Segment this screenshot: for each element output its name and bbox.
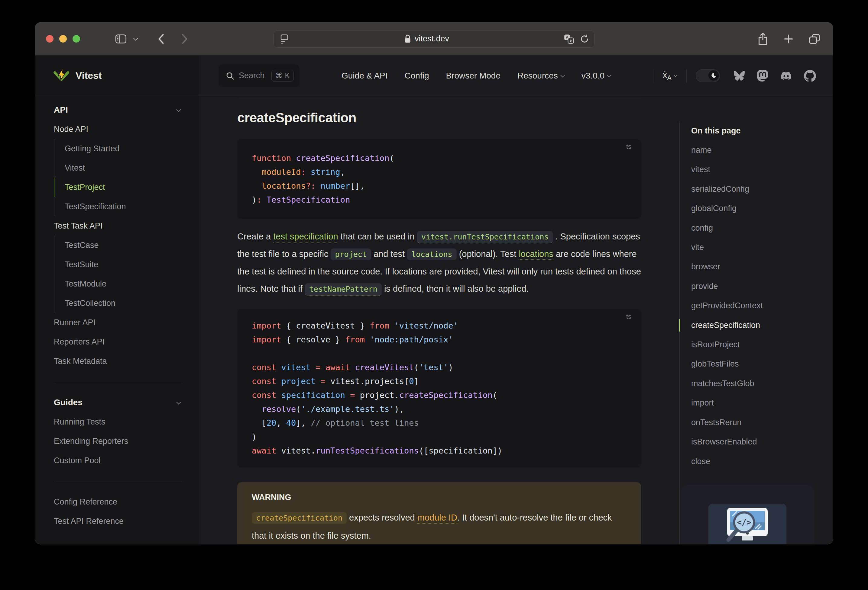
sidebar-item-runner-api[interactable]: Runner API bbox=[54, 313, 182, 332]
sidebar-item-extending-reporters[interactable]: Extending Reporters bbox=[54, 431, 182, 451]
sidebar-item-running-tests[interactable]: Running Tests bbox=[54, 412, 182, 431]
mastodon-icon[interactable] bbox=[757, 70, 768, 82]
sidebar-item-testmodule[interactable]: TestModule bbox=[54, 274, 182, 293]
description-paragraph: Create a test specification that can be … bbox=[237, 228, 641, 298]
sidebar-item-testcollection[interactable]: TestCollection bbox=[54, 293, 182, 313]
forward-button[interactable] bbox=[180, 34, 189, 44]
urlbar-actions: A ẋ bbox=[563, 34, 589, 44]
outline-item-vitest[interactable]: vitest bbox=[691, 160, 833, 179]
nav-link-guide-api[interactable]: Guide & API bbox=[341, 71, 388, 81]
sidebar-item-config-reference[interactable]: Config Reference bbox=[54, 492, 182, 512]
code-block-signature[interactable]: ts function createSpecification( moduleI… bbox=[237, 139, 641, 219]
close-window-button[interactable] bbox=[46, 35, 53, 43]
github-icon[interactable] bbox=[804, 70, 816, 82]
code-line: ): TestSpecification bbox=[252, 193, 626, 207]
sidebar-toggle-icon[interactable] bbox=[115, 34, 127, 44]
nav-link-label: Guide & API bbox=[341, 71, 388, 81]
chevron-down-icon bbox=[560, 73, 565, 77]
outline-item-isbrowserenabled[interactable]: isBrowserEnabled bbox=[691, 432, 833, 452]
translate-icon[interactable]: A ẋ bbox=[563, 34, 575, 44]
outline-item-ontestsrerun[interactable]: onTestsRerun bbox=[691, 413, 833, 432]
bluesky-icon[interactable] bbox=[733, 71, 745, 81]
nav-link-label: Resources bbox=[517, 71, 558, 81]
sidebar: APINode APIGetting StartedVitestTestProj… bbox=[35, 96, 199, 544]
outline-item-isrootproject[interactable]: isRootProject bbox=[691, 335, 833, 354]
code-lang-label: ts bbox=[626, 143, 631, 151]
browser-window: vitest.dev A ẋ bbox=[35, 22, 833, 544]
ad-image: </> bbox=[709, 504, 787, 544]
outline-item-provide[interactable]: provide bbox=[691, 277, 833, 296]
outline-item-createspecification[interactable]: createSpecification bbox=[691, 316, 833, 335]
search-icon bbox=[226, 71, 235, 80]
sidebar-item-test-api-reference[interactable]: Test API Reference bbox=[54, 512, 182, 531]
nav-link-resources[interactable]: Resources bbox=[517, 71, 565, 81]
sidebar-item-vitest[interactable]: Vitest bbox=[54, 158, 182, 178]
chevron-down-icon bbox=[176, 400, 181, 405]
doc-content: createSpecification ts function createSp… bbox=[199, 96, 679, 544]
code-example: import { createVitest } from 'vitest/nod… bbox=[237, 319, 641, 458]
on-this-page: On this page namevitestserializedConfigg… bbox=[679, 96, 833, 544]
sidebar-divider bbox=[54, 481, 182, 481]
site-navbar: Vitest Search ⌘ K Guide & APIConfigBrows… bbox=[35, 56, 833, 96]
nav-link-config[interactable]: Config bbox=[405, 71, 429, 81]
sidebar-item-testspecification[interactable]: TestSpecification bbox=[54, 197, 182, 216]
carbon-ad[interactable]: </> bbox=[681, 485, 814, 544]
outline-item-vite[interactable]: vite bbox=[691, 238, 833, 257]
code-lang-label: ts bbox=[626, 313, 631, 321]
code-line bbox=[252, 347, 626, 360]
outline-item-matchestestglob[interactable]: matchesTestGlob bbox=[691, 374, 833, 393]
outline-item-config[interactable]: config bbox=[691, 218, 833, 238]
sidebar-item-task-metadata[interactable]: Task Metadata bbox=[54, 352, 182, 371]
share-icon[interactable] bbox=[757, 32, 768, 45]
tab-overview-icon[interactable] bbox=[809, 34, 820, 44]
url-display: vitest.dev bbox=[404, 34, 449, 44]
new-tab-icon[interactable] bbox=[783, 34, 794, 44]
page-title: createSpecification bbox=[237, 97, 641, 126]
inline-link[interactable]: testNamePattern bbox=[305, 283, 382, 296]
warning-text: createSpecification expects resolved mod… bbox=[252, 509, 626, 544]
chevron-down-icon bbox=[674, 74, 678, 77]
outline-item-globtestfiles[interactable]: globTestFiles bbox=[691, 354, 833, 374]
navbar-controls: ẋA bbox=[644, 69, 816, 83]
sidebar-menu-chevron-icon[interactable] bbox=[133, 36, 138, 41]
outline-item-browser[interactable]: browser bbox=[691, 257, 833, 276]
outline-item-import[interactable]: import bbox=[691, 393, 833, 412]
back-button[interactable] bbox=[156, 34, 165, 44]
nav-link-browser-mode[interactable]: Browser Mode bbox=[446, 71, 500, 81]
inline-link[interactable]: vitest.runTestSpecifications bbox=[417, 231, 553, 243]
sidebar-item-testsuite[interactable]: TestSuite bbox=[54, 255, 182, 274]
minimize-window-button[interactable] bbox=[59, 35, 67, 43]
outline-item-globalconfig[interactable]: globalConfig bbox=[691, 199, 833, 218]
site-logo[interactable]: Vitest bbox=[35, 56, 199, 96]
search-button[interactable]: Search ⌘ K bbox=[219, 65, 299, 87]
zoom-window-button[interactable] bbox=[72, 35, 80, 43]
discord-icon[interactable] bbox=[780, 71, 793, 81]
reload-icon[interactable] bbox=[580, 34, 589, 44]
sidebar-item-reporters-api[interactable]: Reporters API bbox=[54, 332, 182, 352]
outline-item-name[interactable]: name bbox=[691, 140, 833, 160]
sidebar-item-custom-pool[interactable]: Custom Pool bbox=[54, 451, 182, 470]
sidebar-item-test-task-api[interactable]: Test Task API bbox=[54, 216, 182, 235]
reader-view-icon[interactable] bbox=[279, 34, 289, 44]
sidebar-item-node-api[interactable]: Node API bbox=[54, 119, 182, 139]
language-menu[interactable]: ẋA bbox=[663, 70, 677, 82]
outline-item-getprovidedcontext[interactable]: getProvidedContext bbox=[691, 296, 833, 315]
code-block-example[interactable]: ts import { createVitest } from 'vitest/… bbox=[237, 309, 641, 468]
outline-item-close[interactable]: close bbox=[691, 452, 833, 471]
theme-toggle[interactable] bbox=[696, 69, 720, 82]
code-line: moduleId: string, bbox=[252, 165, 626, 179]
sidebar-section-guides[interactable]: Guides bbox=[54, 393, 182, 412]
outline-item-serializedconfig[interactable]: serializedConfig bbox=[691, 180, 833, 199]
inline-link[interactable]: locations bbox=[519, 249, 553, 260]
code-line: function createSpecification( bbox=[252, 151, 626, 165]
inline-code: createSpecification bbox=[252, 512, 347, 524]
search-placeholder: Search bbox=[239, 71, 267, 80]
sidebar-item-testcase[interactable]: TestCase bbox=[54, 235, 182, 255]
inline-link[interactable]: module ID bbox=[417, 513, 457, 524]
inline-link[interactable]: test specification bbox=[273, 232, 338, 243]
address-bar[interactable]: vitest.dev A ẋ bbox=[273, 30, 595, 48]
sidebar-section-api[interactable]: API bbox=[54, 100, 182, 119]
sidebar-item-getting-started[interactable]: Getting Started bbox=[54, 139, 182, 158]
sidebar-item-testproject[interactable]: TestProject bbox=[54, 178, 182, 197]
nav-link-v3-0-0[interactable]: v3.0.0 bbox=[582, 71, 611, 81]
